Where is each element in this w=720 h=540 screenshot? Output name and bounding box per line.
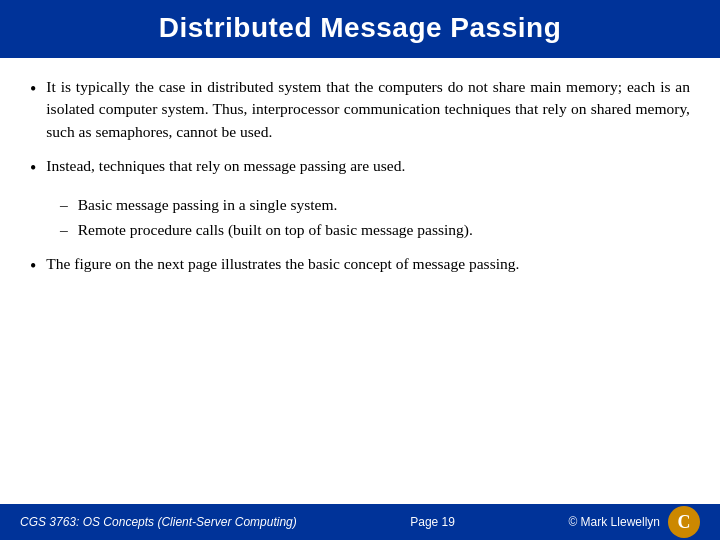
footer-copyright-text: © Mark Llewellyn: [568, 515, 660, 529]
bullet-text-3: The figure on the next page illustrates …: [46, 253, 519, 275]
sub-bullet-text-1: Basic message passing in a single system…: [78, 194, 338, 216]
slide-footer: CGS 3763: OS Concepts (Client-Server Com…: [0, 504, 720, 540]
sub-bullet-text-2: Remote procedure calls (built on top of …: [78, 219, 473, 241]
sub-bullet-item-1: – Basic message passing in a single syst…: [60, 194, 690, 216]
slide: Distributed Message Passing • It is typi…: [0, 0, 720, 540]
sub-bullet-dash-2: –: [60, 219, 68, 241]
footer-right: © Mark Llewellyn C: [568, 506, 700, 538]
bullet-item-2: • Instead, techniques that rely on messa…: [30, 155, 690, 181]
slide-header: Distributed Message Passing: [0, 0, 720, 58]
logo-icon: C: [668, 506, 700, 538]
bullet-text-1: It is typically the case in distributed …: [46, 76, 690, 143]
bullet-item-3: • The figure on the next page illustrate…: [30, 253, 690, 279]
slide-title: Distributed Message Passing: [30, 12, 690, 44]
bullet-dot-3: •: [30, 254, 36, 279]
bullet-item-1: • It is typically the case in distribute…: [30, 76, 690, 143]
bullet-dot-1: •: [30, 77, 36, 102]
footer-center-text: Page 19: [410, 515, 455, 529]
bullet-text-2: Instead, techniques that rely on message…: [46, 155, 405, 177]
footer-left-text: CGS 3763: OS Concepts (Client-Server Com…: [20, 515, 297, 529]
slide-content: • It is typically the case in distribute…: [0, 58, 720, 504]
bullet-dot-2: •: [30, 156, 36, 181]
sub-bullet-dash-1: –: [60, 194, 68, 216]
sub-bullets: – Basic message passing in a single syst…: [60, 194, 690, 241]
sub-bullet-item-2: – Remote procedure calls (built on top o…: [60, 219, 690, 241]
